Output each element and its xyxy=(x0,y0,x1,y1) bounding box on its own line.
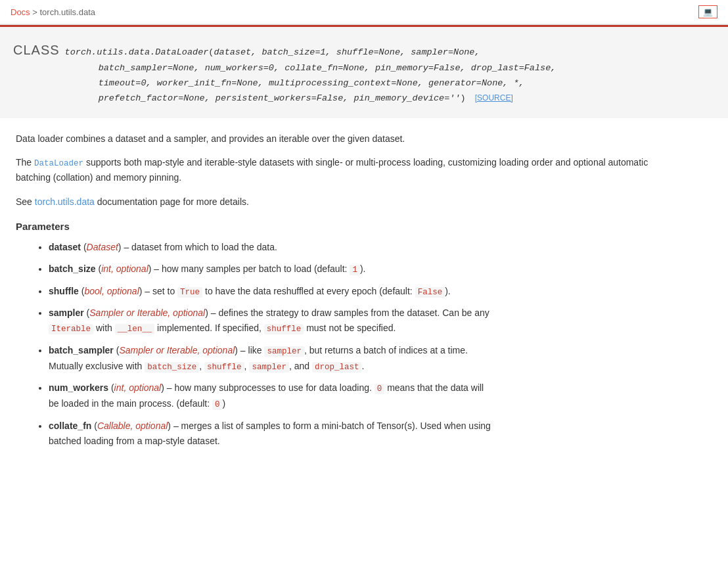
param-name-batch-size: batch_size xyxy=(49,263,96,274)
desc3-suffix: documentation page for more details. xyxy=(95,196,249,207)
breadcrumb-current: torch.utils.data xyxy=(39,7,95,17)
breadcrumb: Docs > torch.utils.data xyxy=(11,7,95,17)
param-name-dataset: dataset xyxy=(49,242,81,252)
batch-iterable-type-link[interactable]: Iterable xyxy=(167,345,198,355)
list-item: batch_sampler (Sampler or Iterable, opti… xyxy=(49,343,681,374)
breadcrumb-docs-link[interactable]: Docs xyxy=(11,7,30,17)
param-type-collate-fn: (Callable, optional) – merges a list of … xyxy=(49,421,491,446)
signature-class-name: torch.utils.data.DataLoader xyxy=(65,47,209,57)
source-link[interactable]: [SOURCE] xyxy=(475,93,513,102)
param-name-shuffle: shuffle xyxy=(49,286,79,296)
param-name-collate-fn: collate_fn xyxy=(49,421,91,431)
torch-utils-data-link[interactable]: torch.utils.data xyxy=(35,196,95,207)
params-heading: Parameters xyxy=(16,221,681,232)
param-type-batch-size: (int, optional) – how many samples per b… xyxy=(98,263,365,274)
dataloader-code-link[interactable]: DataLoader xyxy=(34,159,83,168)
description-3: See torch.utils.data documentation page … xyxy=(16,194,681,209)
breadcrumb-separator: > xyxy=(32,7,39,17)
param-type-shuffle: (bool, optional) – set to True to have t… xyxy=(81,286,451,296)
content: Data loader combines a dataset and a sam… xyxy=(0,118,696,468)
list-item: sampler (Sampler or Iterable, optional) … xyxy=(49,306,681,336)
param-name-sampler: sampler xyxy=(49,307,84,318)
desc3-prefix: See xyxy=(16,196,35,207)
list-item: shuffle (bool, optional) – set to True t… xyxy=(49,284,681,300)
list-item: num_workers (int, optional) – how many s… xyxy=(49,380,681,411)
list-item: collate_fn (Callable, optional) – merges… xyxy=(49,419,681,449)
param-list: dataset (Dataset) – dataset from which t… xyxy=(16,240,681,449)
sampler-type-link[interactable]: Sampler xyxy=(89,307,124,318)
param-type-num-workers: (int, optional) – how many subprocesses … xyxy=(49,382,484,409)
class-signature: CLASStorch.utils.data.DataLoader(dataset… xyxy=(0,25,728,118)
param-type-sampler: (Sampler or Iterable, optional) – define… xyxy=(49,307,489,333)
desc2-prefix: The xyxy=(16,157,32,168)
batch-sampler-type-link[interactable]: Sampler xyxy=(119,345,153,355)
terminal-icon[interactable]: 💻 xyxy=(698,5,717,18)
dataset-type-link[interactable]: Dataset xyxy=(87,242,118,252)
param-name-num-workers: num_workers xyxy=(49,382,108,393)
description-1: Data loader combines a dataset and a sam… xyxy=(16,131,681,146)
class-label: CLASS xyxy=(13,43,60,57)
desc2-middle: supports both map-style and iterable-sty… xyxy=(16,157,648,183)
list-item: batch_size (int, optional) – how many sa… xyxy=(49,262,681,277)
description-2: The DataLoader supports both map-style a… xyxy=(16,155,681,185)
top-bar: Docs > torch.utils.data 💻 xyxy=(0,0,728,24)
list-item: dataset (Dataset) – dataset from which t… xyxy=(49,240,681,255)
param-name-batch-sampler: batch_sampler xyxy=(49,345,114,355)
iterable-type-link[interactable]: Iterable xyxy=(137,307,168,318)
param-type-dataset: (Dataset) – dataset from which to load t… xyxy=(83,242,277,252)
